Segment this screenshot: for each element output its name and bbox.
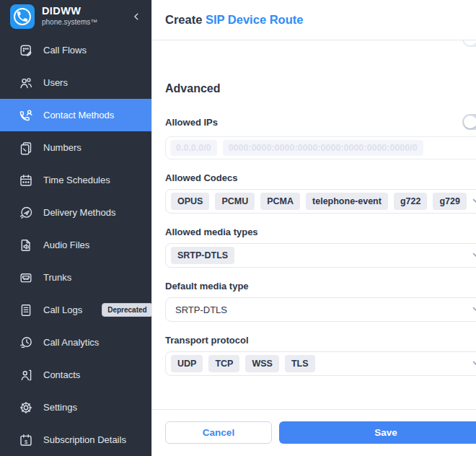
sidebar-item-contacts[interactable]: Contacts	[0, 359, 151, 391]
selected-tag: PCMA	[260, 193, 300, 210]
sidebar-item-call-logs[interactable]: Call LogsDeprecated	[0, 294, 151, 326]
allowed-codecs-field: Allowed Codecs OPUSPCMUPCMAtelephone-eve…	[165, 172, 476, 214]
selected-tag: TLS	[285, 355, 315, 372]
sidebar-item-label: Trunks	[43, 272, 71, 283]
sidebar-item-label: Call Flows	[43, 45, 87, 56]
chevron-down-icon	[472, 253, 476, 258]
allowed-ips-label: Allowed IPs	[165, 117, 218, 128]
call-flows-icon	[19, 43, 33, 58]
advanced-heading: Advanced	[165, 82, 476, 95]
create-route-panel: Create SIP Device Route Advanced Allowed…	[151, 0, 476, 456]
allowed-codecs-tags: OPUSPCMUPCMAtelephone-eventg722g729	[171, 193, 467, 210]
numbers-icon	[19, 141, 33, 155]
brand-product: phone.systems™	[42, 19, 123, 27]
placeholder-tag: 0.0.0.0/0	[170, 140, 217, 156]
sidebar-item-settings[interactable]: Settings	[0, 391, 151, 424]
allowed-codecs-label: Allowed Codecs	[165, 172, 476, 183]
settings-icon	[19, 400, 33, 415]
selected-tag: UDP	[171, 355, 203, 372]
toggle-knob	[464, 40, 476, 45]
selected-tag: telephone-event	[306, 193, 388, 210]
delivery-methods-icon	[19, 206, 33, 220]
cancel-button[interactable]: Cancel	[165, 421, 272, 444]
users-icon	[19, 76, 33, 90]
panel-header: Create SIP Device Route	[152, 0, 476, 40]
allowed-media-types-label: Allowed media types	[165, 227, 476, 237]
default-media-type-label: Default media type	[165, 281, 476, 291]
contacts-icon	[19, 368, 33, 382]
sidebar-item-subscription-details[interactable]: $Subscription Details	[0, 424, 151, 456]
contact-methods-icon	[19, 108, 33, 123]
sidebar-item-label: Contact Methods	[43, 110, 114, 120]
sidebar-item-delivery-methods[interactable]: Delivery Methods	[0, 196, 151, 229]
sidebar-item-call-analytics[interactable]: Call Analytics	[0, 326, 151, 359]
sidebar-item-audio-files[interactable]: Audio Files	[0, 229, 151, 261]
placeholder-tag: 0000:0000:0000:0000:0000:0000:0000:0000/…	[223, 140, 423, 156]
sidebar-item-label: Audio Files	[43, 240, 89, 250]
sidebar-item-trunks[interactable]: Trunks	[0, 261, 151, 294]
sidebar-item-label: Time Schedules	[43, 175, 110, 185]
selected-tag: OPUS	[171, 193, 209, 210]
selected-tag: TCP	[208, 355, 239, 372]
brand-text: DIDWW phone.systems™	[42, 6, 123, 27]
brand-name: DIDWW	[42, 6, 123, 17]
sidebar-item-numbers[interactable]: Numbers	[0, 131, 151, 164]
save-button[interactable]: Save	[279, 421, 476, 444]
brand: DIDWW phone.systems™	[0, 0, 151, 32]
sidebar-item-label: Contacts	[43, 369, 80, 380]
transport-protocol-select[interactable]: UDPTCPWSSTLS	[165, 351, 476, 376]
trunks-icon	[19, 271, 33, 285]
allowed-media-types-select[interactable]: SRTP-DTLS	[165, 243, 476, 268]
selected-tag: PCMU	[215, 193, 255, 210]
audio-files-icon	[19, 238, 33, 253]
selected-tag: g729	[433, 193, 467, 210]
default-media-type-field: Default media type SRTP-DTLS	[165, 281, 476, 322]
allowed-codecs-select[interactable]: OPUSPCMUPCMAtelephone-eventg722g729	[165, 189, 476, 214]
transport-protocol-label: Transport protocol	[165, 335, 476, 346]
panel-title-prefix: Create	[165, 13, 202, 26]
sidebar: DIDWW phone.systems™ Call FlowsUsersCont…	[0, 0, 151, 456]
call-logs-icon	[19, 303, 33, 317]
time-schedules-icon	[19, 173, 33, 188]
sidebar-item-contact-methods[interactable]: Contact Methods	[0, 99, 151, 131]
sidebar-item-label: Subscription Details	[43, 434, 126, 445]
transport-protocol-tags: UDPTCPWSSTLS	[171, 355, 467, 372]
selected-tag: WSS	[245, 355, 278, 372]
didww-logo-icon	[10, 4, 35, 29]
allowed-media-types-field: Allowed media types SRTP-DTLS	[165, 227, 476, 268]
subscription-details-icon: $	[19, 433, 33, 447]
panel-title-highlight: SIP Device Route	[206, 13, 303, 26]
call-analytics-icon	[19, 336, 33, 350]
default-media-type-select[interactable]: SRTP-DTLS	[165, 297, 476, 322]
form-scroll-area[interactable]: Advanced Allowed IPs 0.0.0.0/00000:0000:…	[152, 40, 476, 409]
panel-footer: Cancel Save	[152, 409, 476, 456]
allowed-ips-toggle[interactable]	[462, 114, 476, 130]
transport-protocol-field: Transport protocol UDPTCPWSSTLS	[165, 335, 476, 376]
sidebar-item-label: Users	[43, 77, 68, 88]
allowed-media-types-tags: SRTP-DTLS	[171, 247, 467, 264]
partial-scrolled-toggle[interactable]	[462, 40, 476, 47]
sidebar-item-call-flows[interactable]: Call Flows	[0, 34, 151, 66]
sidebar-item-time-schedules[interactable]: Time Schedules	[0, 164, 151, 196]
selected-tag: g722	[394, 193, 428, 210]
sidebar-nav: Call FlowsUsersContact MethodsNumbersTim…	[0, 32, 151, 456]
sidebar-item-label: Call Analytics	[43, 337, 99, 348]
svg-text:$: $	[25, 438, 28, 444]
allowed-ips-row: Allowed IPs	[165, 114, 476, 130]
allowed-ips-input[interactable]: 0.0.0.0/00000:0000:0000:0000:0000:0000:0…	[165, 136, 476, 159]
default-media-type-value: SRTP-DTLS	[171, 304, 467, 315]
selected-tag: SRTP-DTLS	[171, 247, 234, 264]
sidebar-item-label: Delivery Methods	[43, 207, 115, 218]
chevron-down-icon	[472, 361, 476, 367]
chevron-down-icon	[472, 198, 476, 204]
sidebar-item-label: Call Logs	[43, 304, 82, 315]
toggle-knob	[464, 115, 476, 128]
sidebar-item-label: Numbers	[43, 142, 81, 153]
app-root: DIDWW phone.systems™ Call FlowsUsersCont…	[0, 0, 476, 456]
collapse-sidebar-icon[interactable]	[130, 10, 143, 23]
panel-title: Create SIP Device Route	[165, 13, 303, 27]
sidebar-item-users[interactable]: Users	[0, 66, 151, 99]
sidebar-item-label: Settings	[43, 402, 77, 413]
chevron-down-icon	[472, 307, 476, 312]
deprecated-badge: Deprecated	[102, 303, 151, 317]
